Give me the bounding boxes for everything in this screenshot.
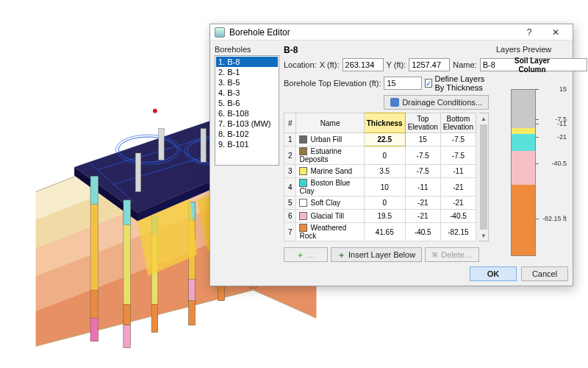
scroll-thumb[interactable] (480, 124, 487, 230)
location-label: Location: (284, 60, 317, 69)
drainage-conditions-button[interactable]: Drainage Conditions... (384, 95, 489, 110)
drainage-icon (390, 98, 399, 107)
th-thickness[interactable]: Thickness (364, 113, 405, 133)
dialog-titlebar[interactable]: Borehole Editor ? ✕ (210, 24, 573, 40)
th-top[interactable]: Top Elevation (405, 113, 440, 133)
list-item[interactable]: 5. B-6 (216, 98, 278, 108)
define-by-thickness-label: Define Layers By Thickness (434, 74, 489, 92)
insert-below-label: Insert Layer Below (348, 250, 415, 259)
column-layer (512, 151, 535, 184)
y-label: Y (ft): (387, 60, 406, 69)
svg-rect-29 (90, 318, 98, 342)
svg-rect-33 (123, 325, 131, 348)
column-title-1: Soil Layer (496, 57, 568, 66)
column-layer (512, 128, 535, 134)
top-elev-label: Borehole Top Elevation (ft): (284, 79, 381, 88)
svg-rect-54 (201, 129, 207, 163)
table-scrollbar[interactable]: ▲ ▼ (479, 113, 489, 241)
table-row[interactable]: 5Soft Clay0-21-21 (284, 197, 476, 210)
svg-point-24 (153, 109, 157, 113)
svg-rect-27 (90, 176, 98, 204)
insert-below-button[interactable]: ＋ Insert Layer Below (331, 247, 422, 262)
list-item[interactable]: 3. B-5 (216, 77, 278, 88)
current-borehole-name: B-8 (284, 45, 489, 55)
svg-rect-32 (123, 304, 131, 325)
preview-tick: 15 (559, 85, 567, 93)
insert-above-label: … (307, 250, 315, 259)
svg-rect-53 (159, 129, 165, 160)
checkbox-icon: ✓ (425, 79, 432, 88)
layers-table[interactable]: # Name Thickness Top Elevation Bottom El… (284, 113, 476, 241)
list-item[interactable]: 8. B-102 (216, 129, 278, 139)
table-row[interactable]: 2Estuarine Deposits0-7.5-7.5 (284, 146, 476, 165)
x-icon: ✖ (431, 250, 438, 260)
boreholes-label: Boreholes (215, 45, 279, 54)
plus-icon: ＋ (337, 250, 345, 261)
top-elev-input[interactable] (384, 77, 422, 90)
borehole-editor-dialog: Borehole Editor ? ✕ Boreholes 1. B-82. B… (209, 24, 573, 286)
th-num[interactable]: # (284, 113, 296, 133)
list-item[interactable]: 1. B-8 (216, 57, 278, 67)
preview-tick: -21 (557, 133, 567, 141)
ok-label: OK (487, 269, 500, 278)
table-row[interactable]: 4Boston Blue Clay10-11-21 (284, 178, 476, 197)
svg-rect-55 (135, 153, 141, 191)
column-layer (512, 134, 535, 151)
name-label: Name: (453, 60, 476, 69)
list-item[interactable]: 6. B-108 (216, 108, 278, 118)
dialog-title: Borehole Editor (229, 27, 290, 38)
column-layer (512, 185, 535, 255)
delete-layer-button[interactable]: ✖ Delete… (425, 247, 479, 262)
column-title-2: Column (496, 66, 568, 74)
svg-rect-31 (123, 200, 131, 224)
preview-tick: -40.5 (551, 160, 567, 167)
list-item[interactable]: 2. B-1 (216, 67, 278, 77)
x-input[interactable] (343, 58, 384, 71)
boreholes-list[interactable]: 1. B-82. B-13. B-54. B-35. B-66. B-1087.… (215, 55, 279, 166)
list-item[interactable]: 7. B-103 (MW) (216, 118, 278, 129)
svg-rect-39 (189, 280, 196, 301)
preview-tick: -82.15 ft (542, 215, 567, 222)
table-row[interactable]: 7Weathered Rock41.65-40.5-82.15 (284, 223, 476, 241)
close-button[interactable]: ✕ (543, 25, 568, 40)
list-item[interactable]: 4. B-3 (216, 88, 278, 98)
ok-button[interactable]: OK (470, 266, 517, 281)
x-label: X (ft): (320, 60, 340, 69)
list-item[interactable]: 9. B-101 (216, 139, 278, 149)
table-row[interactable]: 6Glacial Till19.5-21-40.5 (284, 210, 476, 223)
define-by-thickness-checkbox[interactable]: ✓ Define Layers By Thickness (425, 74, 489, 92)
table-row[interactable]: 3Marine Sand3.5-7.5-11 (284, 165, 476, 178)
preview-label: Layers Preview (496, 45, 568, 54)
dialog-icon (215, 27, 225, 38)
soil-column-preview: 15-7.5-11-21-40.5-82.15 ft (496, 74, 568, 262)
th-name[interactable]: Name (296, 113, 364, 133)
svg-rect-40 (189, 300, 196, 325)
cancel-label: Cancel (532, 269, 557, 278)
svg-rect-28 (90, 290, 98, 318)
th-bot[interactable]: Bottom Elevation (440, 113, 476, 133)
scroll-down-icon[interactable]: ▼ (481, 230, 487, 241)
plus-icon: ＋ (296, 250, 304, 261)
insert-above-button[interactable]: ＋ … (284, 247, 328, 262)
preview-tick: -11 (557, 120, 567, 127)
svg-rect-36 (151, 304, 158, 332)
drainage-btn-label: Drainage Conditions... (402, 98, 482, 107)
y-input[interactable] (409, 58, 450, 71)
column-layer (512, 90, 535, 128)
scroll-up-icon[interactable]: ▲ (481, 113, 487, 124)
cancel-button[interactable]: Cancel (521, 266, 568, 281)
table-row[interactable]: 1Urban Fill22.515-7.5 (284, 133, 476, 146)
delete-label: Delete… (441, 250, 473, 259)
help-button[interactable]: ? (517, 25, 542, 40)
